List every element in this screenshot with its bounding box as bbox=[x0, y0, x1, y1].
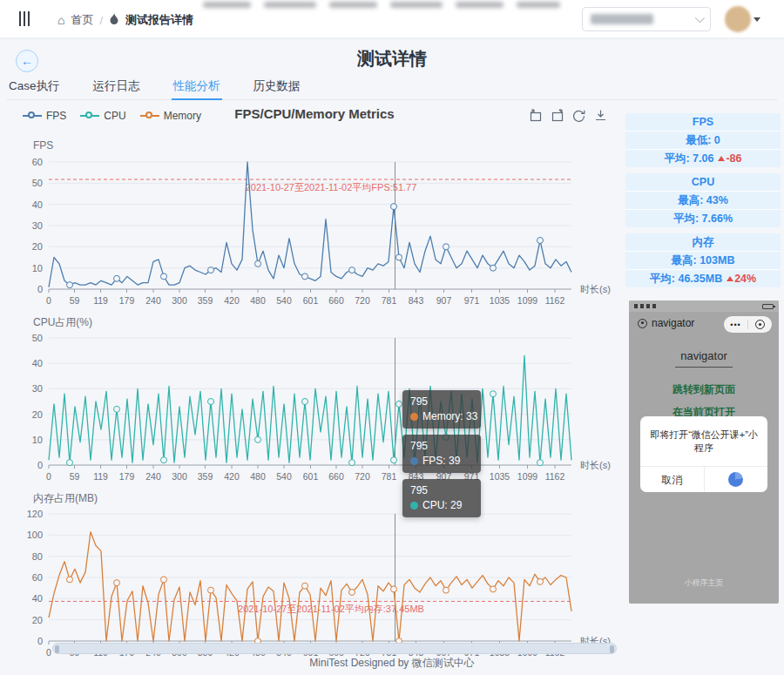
svg-text:50: 50 bbox=[32, 333, 43, 343]
svg-text:179: 179 bbox=[119, 295, 135, 306]
svg-text:10: 10 bbox=[32, 435, 43, 445]
svg-text:480: 480 bbox=[250, 295, 266, 306]
svg-text:660: 660 bbox=[328, 471, 344, 482]
datazoom-right-handle[interactable] bbox=[610, 645, 614, 653]
svg-text:971: 971 bbox=[464, 295, 480, 306]
fps-stats-card: FPS 最低: 0 平均: 7.06-86 bbox=[625, 113, 781, 167]
svg-text:540: 540 bbox=[276, 295, 292, 306]
legend-label: CPU bbox=[104, 110, 125, 122]
miniprogram-home-label: 小程序主页 bbox=[629, 577, 779, 589]
svg-text:1099: 1099 bbox=[517, 471, 538, 482]
svg-text:40: 40 bbox=[32, 358, 43, 368]
account-select[interactable] bbox=[582, 7, 711, 31]
app-footer: MiniTest Designed by 微信测试中心 bbox=[0, 656, 784, 671]
tab-case-execution[interactable]: Case执行 bbox=[7, 77, 62, 99]
svg-text:30: 30 bbox=[32, 383, 43, 394]
up-triangle-icon bbox=[718, 156, 725, 161]
cpu-chart[interactable]: 0102030405005911917924030035942048054060… bbox=[7, 327, 617, 491]
miniprogram-dialog: 即将打开“微信公开课+”小程序 取消 bbox=[640, 416, 767, 492]
stat-card-title: CPU bbox=[625, 173, 781, 191]
svg-text:10: 10 bbox=[32, 263, 43, 273]
legend-item-memory[interactable]: Memory bbox=[140, 110, 201, 122]
miniprogram-header: navigator ••• bbox=[629, 312, 779, 336]
menu-icon[interactable] bbox=[19, 11, 30, 26]
miniprogram-title: navigator bbox=[638, 317, 694, 329]
svg-text:2021-10-27至2021-11-02平均FPS:51.: 2021-10-27至2021-11-02平均FPS:51.77 bbox=[246, 182, 417, 192]
svg-text:660: 660 bbox=[328, 295, 344, 306]
svg-text:1099: 1099 bbox=[517, 295, 538, 306]
legend-item-fps[interactable]: FPS bbox=[23, 110, 66, 122]
legend-label: Memory bbox=[164, 110, 201, 122]
svg-text:时长(s): 时长(s) bbox=[580, 284, 611, 294]
svg-text:50: 50 bbox=[32, 178, 43, 188]
svg-text:843: 843 bbox=[409, 471, 424, 482]
breadcrumb-home[interactable]: 首页 bbox=[71, 12, 93, 28]
svg-text:0: 0 bbox=[37, 636, 43, 646]
svg-text:781: 781 bbox=[382, 295, 397, 306]
svg-text:907: 907 bbox=[436, 295, 452, 306]
redacted-blur bbox=[456, 2, 504, 8]
fps-chart[interactable]: 0102030405060059119179240300359420480540… bbox=[7, 152, 617, 315]
datazoom-left-handle[interactable] bbox=[55, 645, 59, 653]
redacted-blur bbox=[203, 2, 251, 8]
stat-row: 最高: 43% bbox=[625, 191, 781, 209]
fire-icon bbox=[109, 13, 119, 28]
svg-text:300: 300 bbox=[172, 295, 187, 306]
chevron-down-icon bbox=[695, 13, 705, 23]
svg-text:300: 300 bbox=[172, 471, 187, 482]
svg-text:420: 420 bbox=[224, 295, 240, 306]
legend-label: FPS bbox=[46, 110, 66, 122]
fps-legend-marker bbox=[23, 115, 42, 117]
svg-text:480: 480 bbox=[250, 471, 266, 482]
avatar bbox=[725, 6, 751, 32]
up-triangle-icon bbox=[727, 276, 733, 281]
svg-text:59: 59 bbox=[70, 471, 80, 482]
svg-text:119: 119 bbox=[93, 471, 108, 482]
svg-text:1035: 1035 bbox=[490, 471, 510, 482]
svg-text:0: 0 bbox=[37, 460, 43, 470]
cpu-stats-card: CPU 最高: 43% 平均: 7.66% bbox=[625, 173, 781, 227]
memory-legend-marker bbox=[140, 115, 159, 117]
datazoom-icon[interactable] bbox=[528, 108, 543, 123]
svg-text:40: 40 bbox=[32, 593, 43, 604]
user-menu[interactable] bbox=[725, 6, 760, 32]
metrics-chart-panel: FPS/CPU/Memory Metrics FPS CPU Memory bbox=[7, 103, 622, 660]
legend-item-cpu[interactable]: CPU bbox=[80, 110, 125, 122]
app-dot-icon bbox=[638, 319, 647, 328]
stat-row: 平均: 46.35MB24% bbox=[625, 269, 781, 287]
link-navigate-new-page: 跳转到新页面 bbox=[629, 382, 779, 397]
svg-text:601: 601 bbox=[303, 295, 319, 306]
stat-card-title: FPS bbox=[625, 113, 781, 131]
datazoom-reset-icon[interactable] bbox=[550, 108, 564, 123]
redacted-blur bbox=[329, 2, 377, 8]
svg-text:20: 20 bbox=[32, 241, 43, 252]
breadcrumb: ⌂ 首页 / 测试报告详情 bbox=[57, 12, 193, 28]
fps-axis-label: FPS bbox=[33, 139, 622, 152]
stat-row: 平均: 7.06-86 bbox=[625, 149, 781, 167]
svg-text:720: 720 bbox=[355, 295, 370, 306]
svg-text:540: 540 bbox=[276, 471, 292, 482]
datazoom-slider[interactable] bbox=[52, 643, 617, 654]
more-icon: ••• bbox=[724, 321, 747, 328]
title-underline bbox=[675, 367, 733, 368]
breadcrumb-separator: / bbox=[99, 14, 103, 27]
svg-text:80: 80 bbox=[32, 551, 43, 562]
svg-text:907: 907 bbox=[436, 471, 452, 482]
svg-text:1162: 1162 bbox=[545, 295, 565, 306]
svg-text:119: 119 bbox=[93, 295, 108, 306]
download-icon[interactable] bbox=[593, 108, 608, 123]
breadcrumb-current: 测试报告详情 bbox=[125, 12, 193, 28]
svg-text:时长(s): 时长(s) bbox=[580, 460, 611, 470]
svg-text:120: 120 bbox=[27, 509, 43, 519]
refresh-icon[interactable] bbox=[571, 108, 586, 123]
redacted-blur bbox=[390, 2, 443, 8]
tab-bar: Case执行 运行日志 性能分析 历史数据 bbox=[7, 77, 777, 100]
tab-run-log[interactable]: 运行日志 bbox=[91, 77, 142, 99]
svg-text:601: 601 bbox=[303, 471, 319, 482]
cpu-axis-label: CPU占用(%) bbox=[33, 315, 622, 327]
tab-performance-analysis[interactable]: 性能分析 bbox=[172, 77, 222, 99]
dialog-loading-spinner bbox=[705, 467, 768, 492]
svg-text:240: 240 bbox=[145, 295, 161, 306]
caret-down-icon bbox=[754, 17, 760, 22]
tab-history-data[interactable]: 历史数据 bbox=[252, 77, 302, 99]
